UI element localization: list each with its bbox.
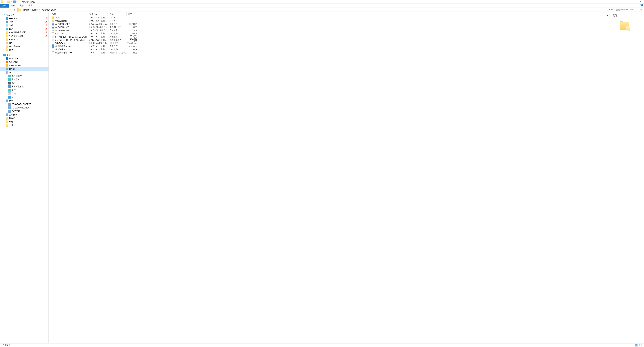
column-header-size[interactable]: 大小 [126, 12, 138, 15]
tree-item[interactable]: 文档 [0, 92, 48, 95]
tree-item[interactable]: ZMT2019 [0, 109, 48, 113]
file-row[interactable]: pe_yqs_xp_20_07_31_15_53.iso2020/10/12, … [49, 38, 604, 41]
chevron-right-icon[interactable]: › [21, 9, 22, 11]
file-row[interactable]: AUTORUN.INF2015/5/10, 星期日 02...安装信息1 KB [49, 29, 604, 32]
folder-icon [6, 124, 8, 127]
tree-item[interactable]: 图片📌 [0, 27, 48, 31]
qat-check-icon[interactable]: ✓ [5, 1, 7, 3]
file-row[interactable]: AUTORUN.EXE2016/1/8, 星期五 04:...应用程序1,926… [49, 22, 604, 26]
qat-properties-icon[interactable] [13, 0, 16, 3]
search-icon[interactable]: 🔍 [640, 9, 642, 11]
tree-item[interactable]: excel表格制作求和📌 [0, 31, 48, 34]
details-view-button[interactable] [634, 344, 638, 347]
tab-home[interactable]: 主页 [9, 4, 18, 7]
tree-item[interactable]: Bandicam [0, 38, 48, 41]
back-button[interactable]: ← [1, 8, 4, 12]
search-input[interactable]: 搜索"Win7x64_2020" 🔍 [615, 8, 643, 12]
tree-item[interactable]: G:\ [0, 41, 48, 45]
qat-folder-icon[interactable] [8, 0, 10, 3]
tree-item-label: 此电脑 [9, 67, 15, 70]
tree-item[interactable]: ★快速访问 [0, 13, 48, 16]
tree-item[interactable]: 回收站 [0, 116, 48, 120]
tree-item[interactable]: 此电脑 [0, 67, 48, 71]
breadcrumb[interactable]: Win7x64_2020 [42, 9, 56, 11]
file-row[interactable]: U盘安装教程2020/12/25, 星期五 1...文件夹 [49, 19, 604, 22]
up-button[interactable]: ↑ [13, 8, 16, 12]
minimize-button[interactable]: ─ [621, 0, 629, 4]
file-date: 2020/12/25, 星期五 1... [88, 19, 108, 22]
tree-item[interactable]: PC-20190530OBLA [0, 106, 48, 109]
column-header-name[interactable]: 名称 ˄ [49, 12, 88, 15]
tree-item-label: 保存的图片 [12, 75, 22, 77]
pc-icon [6, 68, 8, 70]
file-row[interactable]: 光盘说明.TXT2016/10/23, 星期日 0...TXT 文件5 KB [49, 48, 604, 51]
tree-item[interactable]: 保存的图片 [0, 74, 48, 78]
tree-item-label: win7重装win7 [9, 45, 22, 48]
tree-item[interactable]: 文件 [0, 124, 48, 127]
tree-item[interactable]: 本机照片 [0, 78, 48, 81]
tree-item[interactable]: 桌面 [0, 53, 48, 57]
file-row[interactable]: Win7x64.gho2019/9/7, 星期六 19:...GHO 文件2,9… [49, 41, 604, 45]
tree-item[interactable]: 音乐 [0, 95, 48, 99]
tree-item[interactable]: YUNQISHI2019📌 [0, 34, 48, 38]
chevron-right-icon[interactable]: › [40, 9, 42, 11]
file-type: TXT 文件 [108, 48, 126, 51]
tree-item[interactable]: Desktop📌 [0, 16, 48, 20]
recent-locations-button[interactable]: ˅ [9, 8, 12, 12]
tree-item[interactable]: win7重装win7 [0, 45, 48, 48]
navigation-pane[interactable]: ★快速访问Desktop📌下载📌文档📌图片📌excel表格制作求和📌YUNQIS… [0, 12, 49, 343]
pin-icon: 📌 [45, 28, 47, 30]
qat-close-icon[interactable]: ✕ [11, 1, 12, 3]
file-name: Tools [55, 16, 60, 19]
chevron-right-icon[interactable]: › [56, 9, 58, 11]
breadcrumb[interactable]: 文档 (E:) [32, 8, 40, 11]
breadcrumb[interactable]: 此电脑 [23, 8, 29, 11]
folder-icon [6, 35, 8, 37]
tree-item[interactable]: OneDrive [0, 57, 48, 60]
file-list[interactable]: Tools2020/12/25, 星期五 1...文件夹U盘安装教程2020/1… [49, 16, 604, 343]
address-dropdown-icon[interactable]: ˅ [609, 9, 610, 11]
tree-item[interactable]: 下载📌 [0, 20, 48, 24]
tab-file[interactable]: 文件 [0, 4, 9, 7]
file-row[interactable]: AUTORUN.ICO2015/5/10, 星期日 02...ICO 图片文件1… [49, 26, 604, 29]
address-bar[interactable]: › 此电脑 › 文档 (E:) › Win7x64_2020 › ˅ ⟳ [18, 8, 614, 12]
ribbon-collapse-icon[interactable]: ˅ [637, 4, 640, 7]
pic-icon [8, 78, 11, 81]
tree-item[interactable]: 库 [0, 71, 48, 74]
tree-item-label: WPS网盘 [9, 60, 18, 63]
tree-item[interactable]: 天翼云盘下载 [0, 85, 48, 88]
tree-item[interactable]: Administrator [0, 64, 48, 67]
gho-icon [52, 42, 54, 44]
file-date: 2016/10/23, 星期日 0... [88, 48, 108, 51]
music-icon [8, 96, 11, 99]
file-date: 2020/10/12, 星期一 1... [88, 45, 108, 48]
tree-item[interactable]: 图片 [0, 48, 48, 52]
tab-view[interactable]: 查看 [26, 4, 35, 7]
help-icon[interactable]: ? [640, 4, 643, 6]
file-size: 1,926 KB [126, 23, 138, 25]
tree-item[interactable]: 软件 [0, 120, 48, 124]
tree-item[interactable]: WPS网盘 [0, 60, 48, 64]
thumbnails-view-button[interactable] [639, 344, 642, 347]
file-row[interactable]: Tools2020/12/25, 星期五 1...文件夹 [49, 16, 604, 19]
qat-dropdown-icon[interactable]: ▾ [16, 1, 17, 3]
tree-item[interactable]: DESKTOP-LSSOEDP [0, 102, 48, 106]
file-row[interactable]: 硬盘安装教程.html2016/11/21, 星期一 2...360 se HT… [49, 51, 604, 54]
tree-item[interactable]: 网络 [0, 99, 48, 102]
column-header-date[interactable]: 修改日期 [88, 12, 108, 15]
file-row[interactable]: 本地硬盘安装.exe2020/10/12, 星期一 1...应用程序28,315… [49, 45, 604, 48]
preview-pane: 12 个项目 [604, 12, 644, 343]
tree-item[interactable]: 文档📌 [0, 24, 48, 27]
maximize-button[interactable]: ☐ [629, 0, 636, 4]
folder-open-icon [52, 16, 54, 19]
folder-icon [1, 0, 3, 3]
refresh-icon[interactable]: ⟳ [611, 9, 613, 11]
close-button[interactable]: ✕ [636, 0, 644, 4]
column-header-type[interactable]: 类型 [108, 12, 126, 15]
tree-item[interactable]: 图片 [0, 88, 48, 92]
tree-item[interactable]: 视频 [0, 81, 48, 85]
tab-share[interactable]: 共享 [18, 4, 26, 7]
chevron-right-icon[interactable]: › [30, 9, 31, 11]
forward-button[interactable]: → [5, 8, 8, 12]
tree-item[interactable]: 控制面板 [0, 113, 48, 116]
